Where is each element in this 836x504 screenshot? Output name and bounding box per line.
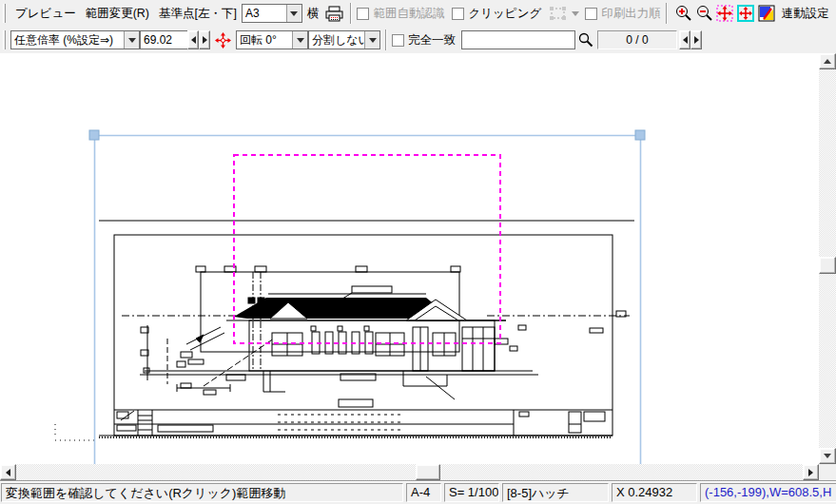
search-prev-button[interactable] xyxy=(679,30,690,49)
toolbar-grip[interactable] xyxy=(3,30,6,49)
scale-decrease-button[interactable] xyxy=(187,30,199,49)
search-input[interactable] xyxy=(461,30,575,49)
status-coordinate: X 0.24932 xyxy=(612,483,697,502)
print-order-checkbox[interactable] xyxy=(585,8,597,20)
scale-mode-value: 任意倍率 (%設定⇒) xyxy=(11,32,124,48)
orientation-label[interactable]: 横 xyxy=(302,4,324,24)
range-change-button[interactable]: 範囲変更(R) xyxy=(81,4,154,24)
scale-value-spinner: 69.02 xyxy=(140,30,210,49)
fit-page-icon[interactable] xyxy=(737,5,754,22)
separator xyxy=(350,3,352,24)
search-icon[interactable] xyxy=(577,32,593,48)
status-range-info: (-156,-199),W=608.5,H xyxy=(700,483,836,502)
horizontal-scroll-thumb[interactable] xyxy=(416,464,440,480)
range-auto-detect-label: 範囲自動認識 xyxy=(373,6,444,22)
printer-icon[interactable] xyxy=(325,6,343,22)
chevron-down-icon[interactable] xyxy=(286,5,301,22)
scroll-down-button[interactable] xyxy=(819,448,836,464)
cad-drawing xyxy=(0,53,819,464)
rotation-select[interactable]: 回転 0° xyxy=(236,30,308,49)
clipping-label: クリッピング xyxy=(468,6,541,22)
chevron-down-icon[interactable] xyxy=(124,31,139,48)
link-settings-button[interactable]: 連動設定 xyxy=(777,4,834,24)
vertical-scrollbar[interactable] xyxy=(819,53,836,464)
separator xyxy=(385,29,387,50)
preview-canvas[interactable] xyxy=(0,53,819,464)
range-auto-detect-checkbox[interactable] xyxy=(357,8,369,20)
toolbar-row2: 任意倍率 (%設定⇒) 69.02 回転 0° 分割しない 完全一致 xyxy=(0,27,836,53)
zoom-out-icon[interactable] xyxy=(695,5,712,22)
status-message: 変換範囲を確認してください(Rクリック)範囲移動 xyxy=(1,483,403,502)
zoom-in-icon[interactable] xyxy=(674,5,691,22)
scrollbar-corner xyxy=(819,464,836,480)
clip-region-dropdown-icon xyxy=(572,11,579,16)
print-preview-window: プレビュー 範囲変更(R) 基準点[左・下] A3 横 範囲自動認識 クリッピン… xyxy=(0,0,836,504)
scroll-right-button[interactable] xyxy=(803,464,819,480)
selection-handle-topright[interactable] xyxy=(635,130,645,140)
scroll-left-button[interactable] xyxy=(0,464,16,480)
clipping-checkbox[interactable] xyxy=(452,8,464,20)
chevron-down-icon[interactable] xyxy=(364,31,379,48)
print-order-label: 印刷出力順 xyxy=(601,6,661,22)
exact-match-checkbox[interactable] xyxy=(392,34,404,47)
search-counter: 0 / 0 xyxy=(597,30,677,49)
horizontal-scrollbar[interactable] xyxy=(0,464,819,480)
separator xyxy=(666,3,668,24)
status-bar: 変換範囲を確認してください(Rクリック)範囲移動 A-4 S= 1/100 [8… xyxy=(0,480,836,504)
status-layer[interactable]: [8-5]ハッチ xyxy=(502,483,609,502)
drawing-lines xyxy=(55,221,634,440)
base-point-button[interactable]: 基準点[左・下] xyxy=(154,4,242,24)
chevron-down-icon[interactable] xyxy=(292,31,307,48)
layer-attribute-icon[interactable] xyxy=(758,5,775,22)
fit-print-range-icon[interactable] xyxy=(716,5,733,22)
scale-increase-button[interactable] xyxy=(199,30,210,49)
selection-handle-topleft[interactable] xyxy=(89,130,99,140)
paper-size-select[interactable]: A3 xyxy=(242,4,302,23)
scale-mode-select[interactable]: 任意倍率 (%設定⇒) xyxy=(10,30,140,49)
status-paper-size[interactable]: A-4 xyxy=(406,483,441,502)
clip-region-icon xyxy=(549,6,568,21)
rotation-value: 回転 0° xyxy=(237,32,292,48)
split-value: 分割しない xyxy=(309,32,364,48)
split-select[interactable]: 分割しない xyxy=(308,30,380,49)
exact-match-label: 完全一致 xyxy=(408,32,456,48)
paper-size-value: A3 xyxy=(243,7,286,20)
vertical-scroll-thumb[interactable] xyxy=(819,257,836,274)
preview-button[interactable]: プレビュー xyxy=(10,4,81,24)
selection-range[interactable] xyxy=(89,130,645,464)
toolbar-grip[interactable] xyxy=(3,4,6,23)
move-range-icon[interactable] xyxy=(215,32,231,48)
scale-value[interactable]: 69.02 xyxy=(140,30,187,49)
status-scale[interactable]: S= 1/100 xyxy=(444,483,499,502)
toolbar-row1: プレビュー 範囲変更(R) 基準点[左・下] A3 横 範囲自動認識 クリッピン… xyxy=(0,0,836,27)
scroll-up-button[interactable] xyxy=(819,53,836,69)
search-next-button[interactable] xyxy=(690,30,702,49)
